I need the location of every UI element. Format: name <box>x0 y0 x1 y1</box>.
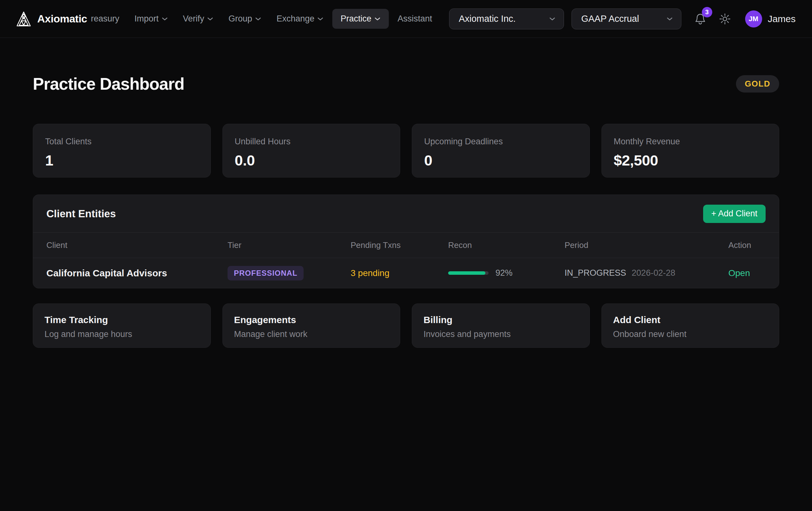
stat-card-total-clients: Total Clients 1 <box>33 124 211 178</box>
nav-item-exchange[interactable]: Exchange <box>270 9 330 29</box>
table-header-row: Client Tier Pending Txns Recon Period Ac… <box>33 233 779 258</box>
client-entities-panel: Client Entities + Add Client Client Tier… <box>33 194 779 288</box>
client-entities-header: Client Entities + Add Client <box>33 195 779 233</box>
period-status: IN_PROGRESS <box>564 268 626 278</box>
stat-card-unbilled-hours: Unbilled Hours 0.0 <box>223 124 401 178</box>
notification-count-badge: 3 <box>702 7 712 17</box>
period-end-date: 2026-02-28 <box>632 268 675 278</box>
stat-value: 0 <box>424 152 578 169</box>
client-name: California Capital Advisors <box>47 268 228 278</box>
chevron-down-icon <box>255 17 261 21</box>
main-content: Practice Dashboard GOLD Total Clients 1 … <box>0 74 812 348</box>
nav-item-label: reasury <box>91 14 119 24</box>
axiomatic-logo-icon <box>17 11 31 27</box>
chevron-down-icon <box>317 17 323 21</box>
top-navigation: Axiomatic reasury Import Verify Group Ex… <box>0 0 812 38</box>
quick-card-subtitle: Log and manage hours <box>45 329 199 339</box>
user-avatar[interactable]: JM <box>745 10 762 27</box>
tier-badge: PROFESSIONAL <box>228 266 303 280</box>
column-header-period: Period <box>564 240 728 250</box>
stat-cards: Total Clients 1 Unbilled Hours 0.0 Upcom… <box>33 124 779 178</box>
column-header-pending-txns: Pending Txns <box>351 240 448 250</box>
quick-card-title: Engagements <box>234 315 389 325</box>
open-client-link[interactable]: Open <box>728 268 750 278</box>
tier-cell: PROFESSIONAL <box>228 266 351 280</box>
accounting-basis-select[interactable]: GAAP Accrual <box>572 8 682 29</box>
quick-card-billing[interactable]: Billing Invoices and payments <box>412 303 590 348</box>
sun-icon <box>719 13 731 25</box>
quick-card-add-client[interactable]: Add Client Onboard new client <box>602 303 780 348</box>
page-header: Practice Dashboard GOLD <box>33 74 779 93</box>
brand-name: Axiomatic <box>37 12 87 25</box>
stat-card-upcoming-deadlines: Upcoming Deadlines 0 <box>412 124 590 178</box>
stat-label: Unbilled Hours <box>235 137 388 146</box>
stat-value: $2,500 <box>614 152 767 169</box>
basis-select-value: GAAP Accrual <box>581 14 639 24</box>
table-row: California Capital Advisors PROFESSIONAL… <box>33 258 779 288</box>
stat-value: 0.0 <box>235 152 388 169</box>
chevron-down-icon <box>667 17 673 21</box>
stat-label: Total Clients <box>45 137 199 146</box>
quick-links: Time Tracking Log and manage hours Engag… <box>33 303 779 348</box>
nav-item-label: Practice <box>341 14 372 24</box>
column-header-recon: Recon <box>448 240 564 250</box>
column-header-tier: Tier <box>228 240 351 250</box>
stat-card-monthly-revenue: Monthly Revenue $2,500 <box>602 124 780 178</box>
brand[interactable]: Axiomatic <box>17 11 87 27</box>
nav-item-treasury[interactable]: reasury <box>89 9 125 29</box>
add-client-button[interactable]: + Add Client <box>703 205 765 223</box>
quick-card-subtitle: Onboard new client <box>613 329 768 339</box>
nav-item-verify[interactable]: Verify <box>177 9 220 29</box>
theme-toggle-button[interactable] <box>719 13 731 25</box>
nav-item-assistant[interactable]: Assistant <box>391 9 439 29</box>
nav-item-import[interactable]: Import <box>128 9 174 29</box>
chevron-down-icon <box>549 17 555 21</box>
quick-card-title: Time Tracking <box>45 315 199 325</box>
plan-tier-badge: GOLD <box>736 75 779 92</box>
chevron-down-icon <box>374 17 381 21</box>
quick-card-title: Billing <box>424 315 578 325</box>
recon-percentage: 92% <box>495 268 513 278</box>
quick-card-time-tracking[interactable]: Time Tracking Log and manage hours <box>33 303 211 348</box>
pending-txns: 3 pending <box>351 268 448 278</box>
stat-label: Monthly Revenue <box>614 137 767 146</box>
stat-label: Upcoming Deadlines <box>424 137 578 146</box>
quick-card-subtitle: Invoices and payments <box>424 329 578 339</box>
page-title: Practice Dashboard <box>33 74 184 93</box>
action-cell: Open <box>728 268 765 278</box>
column-header-action: Action <box>728 240 765 250</box>
nav-item-label: Group <box>229 14 252 24</box>
user-name: James <box>768 14 795 24</box>
quick-card-title: Add Client <box>613 315 768 325</box>
client-entities-title: Client Entities <box>47 208 116 220</box>
column-header-client: Client <box>47 240 228 250</box>
nav-item-label: Import <box>135 14 159 24</box>
quick-card-subtitle: Manage client work <box>234 329 389 339</box>
recon-progress-fill <box>448 271 485 275</box>
nav-item-label: Exchange <box>277 14 314 24</box>
recon-progress-bar <box>448 271 489 275</box>
entity-select-value: Axiomatic Inc. <box>459 14 516 24</box>
notifications-button[interactable]: 3 <box>695 12 706 25</box>
nav-links: reasury Import Verify Group Exchange Pra… <box>89 9 438 29</box>
nav-item-label: Verify <box>183 14 204 24</box>
chevron-down-icon <box>207 17 213 21</box>
nav-right: Axiomatic Inc. GAAP Accrual 3 <box>449 8 795 29</box>
period-cell: IN_PROGRESS 2026-02-28 <box>564 268 728 278</box>
nav-item-group[interactable]: Group <box>222 9 268 29</box>
nav-item-label: Assistant <box>398 14 432 24</box>
stat-value: 1 <box>45 152 199 169</box>
recon-cell: 92% <box>448 268 564 278</box>
quick-card-engagements[interactable]: Engagements Manage client work <box>223 303 401 348</box>
chevron-down-icon <box>162 17 168 21</box>
entity-select[interactable]: Axiomatic Inc. <box>449 8 564 29</box>
nav-item-practice[interactable]: Practice <box>332 9 389 29</box>
